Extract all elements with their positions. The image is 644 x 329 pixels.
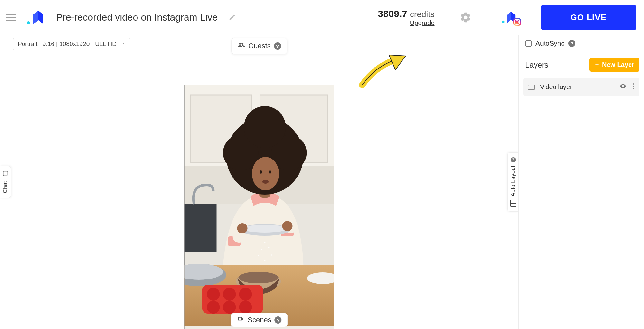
svg-point-20 (223, 301, 236, 314)
svg-point-41 (258, 255, 259, 256)
right-panel: AutoSync ? Layers New Layer Video layer (518, 35, 644, 329)
guests-label: Guests (248, 42, 271, 50)
svg-point-48 (633, 88, 634, 89)
credits-amount: 3809.7 (378, 8, 407, 19)
aspect-label: Portrait | 9:16 | 1080x1920 FULL HD (18, 41, 117, 47)
app-root: Pre-recorded video on Instagram Live 380… (0, 0, 644, 329)
svg-point-19 (207, 301, 220, 314)
chat-label: Chat (2, 181, 9, 193)
scenes-button[interactable]: Scenes ? (231, 313, 288, 327)
preview-illustration (185, 85, 334, 329)
destination-account[interactable] (493, 8, 526, 27)
help-icon[interactable]: ? (568, 40, 575, 47)
upgrade-link[interactable]: Upgrade (378, 19, 434, 27)
grid-icon (510, 200, 516, 207)
svg-point-38 (264, 242, 266, 243)
help-icon[interactable]: ? (275, 316, 282, 324)
svg-point-0 (27, 21, 30, 24)
layers-heading: Layers (525, 60, 548, 69)
plus-icon (594, 61, 600, 69)
stage-topstrip: Portrait | 9:16 | 1080x1920 FULL HD Gues… (0, 38, 518, 50)
svg-point-47 (633, 86, 634, 87)
instagram-badge-icon (513, 18, 521, 26)
svg-point-14 (239, 272, 279, 283)
new-layer-label: New Layer (602, 61, 634, 69)
svg-point-46 (633, 83, 634, 85)
svg-point-42 (271, 254, 272, 256)
autosync-label: AutoSync (535, 40, 564, 47)
eye-icon[interactable] (620, 83, 627, 91)
stage: Portrait | 9:16 | 1080x1920 FULL HD Gues… (0, 35, 518, 329)
camera-icon (528, 85, 535, 90)
autosync-checkbox[interactable] (525, 40, 532, 47)
video-preview[interactable] (185, 85, 334, 329)
annotation-arrow (357, 54, 409, 90)
project-title: Pre-recorded video on Instagram Live (56, 12, 218, 23)
autolayout-tab[interactable]: ? Auto Layout (507, 152, 518, 212)
scenes-label: Scenes (248, 316, 271, 324)
svg-point-21 (239, 301, 252, 314)
top-bar: Pre-recorded video on Instagram Live 380… (0, 0, 644, 35)
help-icon[interactable]: ? (274, 42, 281, 50)
divider (484, 8, 484, 27)
autolayout-label: Auto Layout (510, 166, 516, 196)
svg-point-39 (261, 249, 262, 250)
credits-block: 3809.7 credits Upgrade (378, 8, 434, 27)
divider (447, 8, 447, 27)
svg-point-1 (502, 21, 504, 23)
svg-point-37 (262, 180, 269, 184)
layer-name: Video layer (540, 83, 572, 91)
kebab-icon[interactable] (632, 83, 635, 91)
layers-header: Layers New Layer (519, 52, 644, 78)
layer-item[interactable]: Video layer (523, 78, 639, 96)
svg-point-27 (282, 221, 293, 231)
body-row: Portrait | 9:16 | 1080x1920 FULL HD Gues… (0, 35, 644, 329)
svg-point-35 (260, 170, 262, 174)
svg-point-26 (237, 223, 248, 233)
guests-button[interactable]: Guests ? (231, 38, 287, 54)
aspect-select[interactable]: Portrait | 9:16 | 1080x1920 FULL HD (13, 38, 130, 50)
app-logo[interactable] (25, 8, 47, 26)
svg-point-36 (269, 170, 271, 174)
svg-point-17 (223, 288, 236, 301)
go-live-button[interactable]: GO LIVE (541, 5, 636, 30)
svg-marker-45 (389, 55, 406, 70)
svg-rect-7 (185, 204, 217, 252)
svg-point-25 (242, 225, 288, 233)
svg-point-16 (207, 288, 220, 301)
gear-icon[interactable] (456, 11, 475, 23)
autosync-row: AutoSync ? (519, 35, 644, 52)
svg-point-40 (268, 247, 270, 248)
new-layer-button[interactable]: New Layer (589, 58, 639, 72)
pencil-icon[interactable] (229, 14, 236, 21)
scene-icon (237, 316, 244, 324)
people-icon (237, 41, 245, 51)
menu-icon[interactable] (6, 14, 16, 21)
svg-point-33 (244, 106, 286, 148)
svg-point-43 (264, 260, 266, 261)
svg-point-34 (252, 157, 279, 190)
chat-icon (3, 171, 8, 178)
credits-label: credits (410, 9, 435, 19)
chevron-down-icon (121, 41, 126, 48)
chat-tab[interactable]: Chat (0, 166, 11, 198)
help-icon[interactable]: ? (511, 157, 516, 162)
svg-point-18 (239, 288, 252, 301)
